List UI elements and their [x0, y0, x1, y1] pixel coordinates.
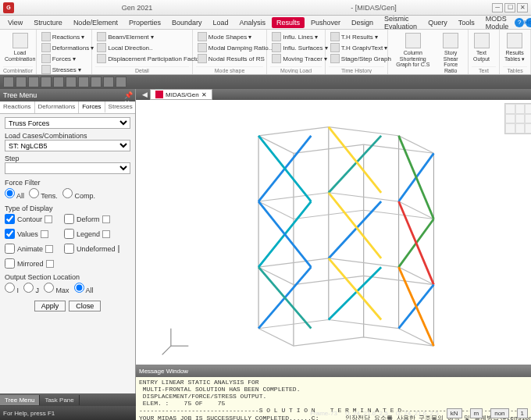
display-values[interactable]: Values	[5, 229, 59, 239]
display-opts-icon[interactable]	[118, 245, 119, 253]
qat-icon[interactable]	[16, 77, 27, 87]
loadcase-select[interactable]: ST: NgLCB5	[5, 140, 130, 151]
ribbon-modal-damping-ratio--button[interactable]: Modal Damping Ratio..	[196, 42, 273, 53]
column-shortening-button[interactable]: Column ShorteningGraph for C.S	[391, 31, 434, 75]
ribbon-nodal-results-of-rs-button[interactable]: Nodal Results of RS	[196, 53, 273, 64]
menu-query[interactable]: Query	[423, 17, 452, 28]
output-radio[interactable]	[23, 283, 34, 293]
qat-icon[interactable]	[116, 77, 127, 87]
view-cube[interactable]	[504, 103, 531, 134]
model-viewport[interactable]	[136, 100, 531, 365]
display-check[interactable]	[64, 244, 74, 254]
filter-comp[interactable]: Comp.	[62, 188, 95, 200]
menu-pushover[interactable]: Pushover	[306, 17, 345, 28]
load-combination-button[interactable]: LoadCombination	[3, 31, 37, 66]
menu-mods-module[interactable]: MODS Module	[481, 13, 514, 32]
menu-boundary[interactable]: Boundary	[167, 17, 207, 28]
text-output-button[interactable]: TextOutput	[472, 31, 491, 66]
display-opts-icon[interactable]	[41, 230, 48, 238]
ribbon-t-h-results--button[interactable]: T.H Results ▾	[329, 31, 393, 42]
display-contour[interactable]: Contour	[5, 214, 59, 224]
output-radio[interactable]	[5, 283, 15, 293]
doc-tab-close-icon[interactable]: ✕	[201, 91, 207, 98]
menu-view[interactable]: View	[3, 17, 27, 28]
status-extra[interactable]: 1	[517, 408, 528, 418]
qat-icon[interactable]	[28, 77, 39, 87]
output-i[interactable]: I	[5, 283, 19, 294]
filter-all[interactable]: All	[5, 188, 24, 200]
status-mode[interactable]: non	[490, 408, 508, 418]
status-unit1[interactable]: kN	[447, 408, 462, 418]
minimize-button[interactable]: ─	[492, 3, 503, 12]
display-check[interactable]	[5, 214, 15, 224]
display-mirrored[interactable]: Mirrored	[5, 258, 59, 269]
filter-radio[interactable]	[5, 188, 15, 198]
display-opts-icon[interactable]	[46, 260, 54, 268]
doc-tab[interactable]: MIDAS/Gen ✕	[150, 89, 212, 100]
display-opts-icon[interactable]	[45, 245, 53, 253]
display-deform[interactable]: Deform	[64, 214, 119, 224]
qat-icon[interactable]	[53, 77, 64, 87]
qat-icon[interactable]	[66, 77, 77, 87]
ribbon-local-direction--button[interactable]: Local Direction..	[95, 42, 203, 53]
menu-load[interactable]: Load	[208, 17, 233, 28]
menu-tools[interactable]: Tools	[454, 17, 479, 28]
menu-structure[interactable]: Structure	[29, 17, 67, 28]
ribbon-beam-element--button[interactable]: Beam/Element ▾	[95, 31, 203, 42]
ribbon-t-h-graph-text--button[interactable]: T.H Graph/Text ▾	[329, 42, 393, 53]
help-icon[interactable]: ?	[515, 18, 524, 27]
ribbon-moving-tracer--button[interactable]: Moving Tracer ▾	[270, 53, 329, 64]
bottom-tab-tree-menu[interactable]: Tree Menu	[0, 395, 40, 405]
display-animate[interactable]: Animate	[5, 244, 59, 254]
pin-icon[interactable]: 📌 ✕	[124, 91, 132, 99]
maximize-button[interactable]: ☐	[504, 3, 515, 12]
close-button[interactable]: ✕	[517, 3, 528, 12]
display-legend[interactable]: Legend	[64, 229, 119, 239]
menu-properties[interactable]: Properties	[124, 17, 166, 28]
truss-forces-combo[interactable]: Truss Forces	[5, 117, 130, 129]
apply-button[interactable]: Apply	[34, 301, 66, 311]
ribbon-forces--button[interactable]: Forces ▾	[40, 53, 96, 64]
menu-node-element[interactable]: Node/Element	[69, 17, 123, 28]
display-check[interactable]	[64, 229, 74, 239]
display-opts-icon[interactable]	[45, 215, 52, 223]
ribbon-stresses--button[interactable]: Stresses ▾	[40, 64, 96, 75]
menu-seismic-evaluation[interactable]: Seismic Evaluation	[380, 13, 422, 32]
display-check[interactable]	[64, 214, 74, 224]
subtab-deformations[interactable]: Deformations	[35, 101, 80, 113]
qat-icon[interactable]	[78, 77, 89, 87]
qat-icon[interactable]	[91, 77, 102, 87]
display-undeformed[interactable]: Undeformed	[64, 244, 119, 254]
display-check[interactable]	[5, 229, 15, 239]
output-max[interactable]: Max	[44, 283, 69, 294]
story-shear-button[interactable]: Story ShearForce Ratio	[437, 31, 465, 75]
filter-radio[interactable]	[62, 188, 73, 198]
output-radio[interactable]	[44, 283, 54, 293]
ribbon-stage-step-graph-button[interactable]: Stage/Step Graph	[329, 53, 393, 64]
display-opts-icon[interactable]	[102, 215, 110, 223]
qat-icon[interactable]	[3, 77, 14, 87]
output-j[interactable]: J	[23, 283, 39, 294]
ribbon-deformations--button[interactable]: Deformations ▾	[40, 42, 96, 53]
subtab-stresses[interactable]: Stresses	[105, 101, 137, 113]
ribbon-influ-lines--button[interactable]: Influ. Lines ▾	[270, 31, 329, 42]
ribbon-influ-surfaces--button[interactable]: Influ. Surfaces ▾	[270, 42, 329, 53]
qat-icon[interactable]	[41, 77, 52, 87]
tab-prev-icon[interactable]: ◀	[139, 89, 150, 100]
menu-analysis[interactable]: Analysis	[235, 17, 271, 28]
filter-tens[interactable]: Tens.	[29, 188, 58, 200]
ribbon-mode-shapes--button[interactable]: Mode Shapes ▾	[196, 31, 273, 42]
status-unit2[interactable]: m	[470, 408, 483, 418]
results-tables-button[interactable]: ResultsTables ▾	[503, 31, 526, 66]
display-opts-icon[interactable]	[102, 230, 110, 238]
display-check[interactable]	[5, 244, 15, 254]
subtab-reactions[interactable]: Reactions	[0, 101, 35, 113]
bottom-tab-task-pane[interactable]: Task Pane	[40, 395, 79, 405]
subtab-forces[interactable]: Forces	[79, 101, 105, 113]
step-select[interactable]	[5, 162, 130, 174]
qat-icon[interactable]	[103, 77, 114, 87]
menu-results[interactable]: Results	[272, 17, 305, 28]
display-check[interactable]	[5, 258, 15, 269]
close-form-button[interactable]: Close	[69, 301, 101, 311]
output-radio[interactable]	[74, 283, 84, 293]
